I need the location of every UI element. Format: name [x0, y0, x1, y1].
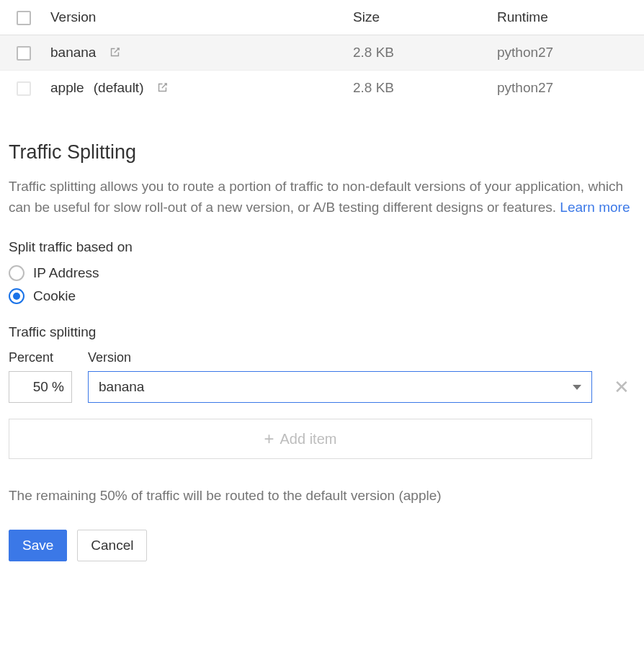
external-link-icon[interactable] — [156, 81, 169, 94]
version-size: 2.8 KB — [344, 35, 488, 71]
traffic-splitting-label: Traffic splitting — [9, 324, 635, 340]
radio-icon — [9, 265, 24, 281]
traffic-splitting-section: Traffic Splitting Traffic splitting allo… — [0, 141, 644, 576]
row-checkbox[interactable] — [17, 46, 31, 61]
split-editor: Percent Version banana ✕ + Add item — [9, 350, 635, 459]
remaining-traffic-note: The remaining 50% of traffic will be rou… — [9, 488, 635, 504]
radio-label: Cookie — [33, 288, 76, 304]
version-name[interactable]: apple — [50, 80, 84, 95]
version-select[interactable]: banana — [88, 371, 592, 403]
versions-table: Version Size Runtime banana 2.8 KB pytho… — [0, 0, 644, 105]
split-row: banana ✕ — [9, 371, 635, 403]
add-item-label: Add item — [280, 431, 337, 448]
radio-ip-address[interactable]: IP Address — [9, 265, 635, 281]
learn-more-link[interactable]: Learn more — [560, 200, 630, 215]
version-header: Version — [88, 350, 131, 365]
plus-icon: + — [264, 430, 274, 448]
row-checkbox — [17, 81, 31, 96]
radio-icon — [9, 288, 24, 304]
radio-dot-icon — [13, 293, 20, 300]
section-title: Traffic Splitting — [9, 141, 635, 164]
percent-header: Percent — [9, 350, 72, 365]
column-header-checkbox — [0, 0, 42, 35]
close-icon: ✕ — [614, 376, 630, 398]
action-buttons: Save Cancel — [9, 530, 635, 576]
table-row[interactable]: apple (default) 2.8 KB python27 — [0, 71, 644, 106]
version-runtime: python27 — [488, 71, 644, 106]
split-basis-label: Split traffic based on — [9, 239, 635, 255]
column-header-runtime: Runtime — [488, 0, 644, 35]
cancel-button[interactable]: Cancel — [77, 530, 147, 561]
radio-label: IP Address — [33, 265, 99, 281]
section-description: Traffic splitting allows you to route a … — [9, 177, 635, 218]
select-all-checkbox[interactable] — [17, 11, 31, 25]
column-header-version: Version — [42, 0, 344, 35]
version-size: 2.8 KB — [344, 71, 488, 106]
percent-input[interactable] — [9, 371, 72, 403]
add-item-button[interactable]: + Add item — [9, 419, 592, 459]
version-select-value: banana — [99, 379, 144, 395]
column-header-size: Size — [344, 0, 488, 35]
version-name[interactable]: banana — [50, 45, 96, 60]
save-button[interactable]: Save — [9, 530, 67, 561]
version-runtime: python27 — [488, 35, 644, 71]
chevron-down-icon — [573, 385, 581, 390]
external-link-icon[interactable] — [109, 46, 121, 58]
radio-cookie[interactable]: Cookie — [9, 288, 635, 304]
remove-row-button[interactable]: ✕ — [608, 378, 635, 396]
table-row[interactable]: banana 2.8 KB python27 — [0, 35, 644, 71]
version-suffix: (default) — [90, 80, 144, 95]
